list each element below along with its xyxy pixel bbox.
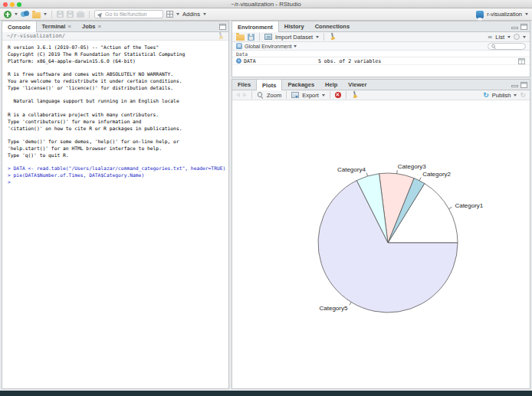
console-line: Type 'license()' or 'licence()' for dist… bbox=[8, 85, 228, 92]
minimize-window-button[interactable] bbox=[10, 2, 15, 7]
tab-files[interactable]: Files bbox=[232, 80, 256, 90]
open-file-icon[interactable] bbox=[32, 12, 41, 18]
tab-viewer[interactable]: Viewer bbox=[343, 80, 372, 90]
toolbar-separator bbox=[51, 11, 52, 18]
tab-environment[interactable]: Environment bbox=[232, 21, 279, 32]
tab-help[interactable]: Help bbox=[320, 80, 343, 90]
import-dataset-icon[interactable] bbox=[264, 34, 272, 40]
clear-objects-icon[interactable] bbox=[328, 32, 337, 41]
next-plot-icon bbox=[243, 93, 247, 97]
clear-console-icon[interactable] bbox=[216, 31, 225, 41]
pie-chart: Category1Category2Category3Category4Cate… bbox=[232, 101, 529, 388]
goto-file-input[interactable] bbox=[105, 11, 159, 17]
working-directory: ~/r-visualization/ bbox=[7, 33, 65, 39]
import-dataset-caret-icon[interactable] bbox=[316, 36, 319, 38]
save-all-icon bbox=[67, 11, 74, 18]
import-dataset-button[interactable]: Import Dataset bbox=[275, 34, 313, 41]
object-name[interactable]: DATA bbox=[244, 58, 256, 64]
window-title: ~/r-visualization - RStudio bbox=[231, 1, 300, 8]
goto-file-box[interactable] bbox=[94, 10, 163, 18]
export-plot-icon[interactable] bbox=[291, 92, 299, 98]
title-bar: ~/r-visualization - RStudio bbox=[0, 0, 532, 8]
close-icon[interactable] bbox=[97, 21, 101, 31]
remove-plot-icon[interactable] bbox=[335, 92, 341, 98]
expand-object-icon[interactable] bbox=[236, 58, 241, 64]
refresh-caret-icon[interactable] bbox=[523, 36, 526, 38]
plots-tabstrip: Files Plots Packages Help Viewer bbox=[232, 80, 530, 90]
tab-plots[interactable]: Plots bbox=[256, 80, 282, 90]
toolbar-separator bbox=[251, 91, 252, 99]
environment-pane: Environment History Connections Impor bbox=[232, 21, 530, 77]
new-file-caret-icon[interactable] bbox=[15, 13, 18, 15]
addins-button[interactable]: Addins bbox=[182, 11, 200, 18]
pie-label-tick bbox=[366, 173, 367, 176]
environment-toolbar: Import Dataset List bbox=[232, 32, 530, 42]
minimize-pane-icon[interactable] bbox=[511, 85, 518, 87]
environment-scope-selector[interactable]: Global Environment bbox=[245, 44, 291, 49]
tab-connections[interactable]: Connections bbox=[310, 21, 355, 31]
zoom-plot-icon[interactable] bbox=[257, 92, 264, 99]
maximize-pane-icon[interactable] bbox=[219, 24, 226, 30]
tab-packages[interactable]: Packages bbox=[282, 80, 320, 90]
object-row[interactable]: DATA 5 obs. of 2 variables bbox=[232, 57, 530, 65]
addins-caret-icon[interactable] bbox=[203, 13, 206, 15]
console-line: Type 'contributors()' for more informati… bbox=[8, 119, 228, 126]
tab-history[interactable]: History bbox=[279, 21, 310, 31]
toolbar-separator bbox=[330, 91, 330, 99]
console-line: 'citation()' on how to cite R or R packa… bbox=[8, 126, 228, 133]
workspace-panes-caret-icon[interactable] bbox=[176, 13, 179, 15]
environment-search-input[interactable] bbox=[495, 44, 523, 49]
environment-search-box[interactable] bbox=[488, 43, 526, 50]
new-project-icon[interactable] bbox=[21, 11, 29, 18]
console-line: Natural language support but running in … bbox=[8, 98, 228, 105]
zoom-plot-button[interactable]: Zoom bbox=[267, 92, 281, 99]
save-workspace-icon[interactable] bbox=[248, 34, 255, 41]
console-line: 'help.start()' for an HTML browser inter… bbox=[8, 146, 228, 152]
tab-jobs-label: Jobs bbox=[82, 21, 96, 31]
pie-label: Category1 bbox=[455, 202, 483, 209]
pie-label-tick bbox=[397, 170, 398, 174]
console-line: Platform: x86_64-apple-darwin15.6.0 (64-… bbox=[8, 58, 228, 65]
clear-all-plots-icon[interactable] bbox=[350, 90, 359, 100]
tab-help-label: Help bbox=[325, 80, 337, 90]
console-pane: Console Terminal Jobs ~/r-visualization/ bbox=[2, 21, 229, 389]
tab-console-label: Console bbox=[8, 22, 31, 32]
tab-terminal[interactable]: Terminal bbox=[37, 21, 77, 31]
project-caret-icon[interactable] bbox=[525, 13, 528, 15]
open-recent-caret-icon[interactable] bbox=[44, 13, 47, 15]
project-menu-button[interactable]: r-visualization bbox=[487, 11, 522, 18]
publish-icon[interactable] bbox=[483, 92, 489, 99]
refresh-environment-icon[interactable] bbox=[514, 34, 520, 40]
publish-button[interactable]: Publish bbox=[492, 92, 511, 99]
tab-console[interactable]: Console bbox=[2, 21, 37, 32]
scope-caret-icon[interactable] bbox=[294, 45, 297, 47]
close-window-button[interactable] bbox=[3, 2, 8, 7]
r-environment-icon bbox=[236, 43, 242, 49]
zoom-window-button[interactable] bbox=[17, 2, 21, 7]
publish-caret-icon[interactable] bbox=[514, 94, 517, 97]
new-file-icon[interactable] bbox=[4, 11, 11, 18]
tab-terminal-label: Terminal bbox=[42, 21, 66, 31]
toolbar-separator bbox=[286, 91, 287, 99]
console-line bbox=[8, 64, 228, 71]
pie-label-tick bbox=[419, 178, 421, 181]
load-workspace-icon[interactable] bbox=[236, 34, 245, 41]
maximize-pane-icon[interactable] bbox=[521, 82, 527, 88]
maximize-pane-icon[interactable] bbox=[521, 24, 527, 30]
list-view-icon bbox=[488, 34, 493, 41]
close-icon[interactable] bbox=[67, 21, 71, 31]
console-output[interactable]: R version 3.6.1 (2019-07-05) -- "Action … bbox=[2, 41, 228, 388]
minimize-pane-icon[interactable] bbox=[511, 27, 518, 29]
console-tabstrip: Console Terminal Jobs bbox=[2, 21, 228, 32]
export-plot-button[interactable]: Export bbox=[302, 92, 319, 99]
view-table-icon[interactable] bbox=[518, 58, 525, 64]
export-caret-icon[interactable] bbox=[322, 94, 325, 97]
console-line: Type 'q()' to quit R. bbox=[8, 152, 228, 159]
workspace-panes-icon[interactable] bbox=[166, 11, 173, 18]
tab-jobs[interactable]: Jobs bbox=[77, 21, 107, 31]
pie-label: Category2 bbox=[422, 171, 451, 178]
list-view-button[interactable]: List bbox=[495, 34, 504, 41]
list-view-caret-icon[interactable] bbox=[507, 36, 511, 38]
object-summary: 5 obs. of 2 variables bbox=[318, 58, 381, 64]
console-line: > DATA <- read.table("/Users/lsalazar/co… bbox=[8, 165, 228, 172]
